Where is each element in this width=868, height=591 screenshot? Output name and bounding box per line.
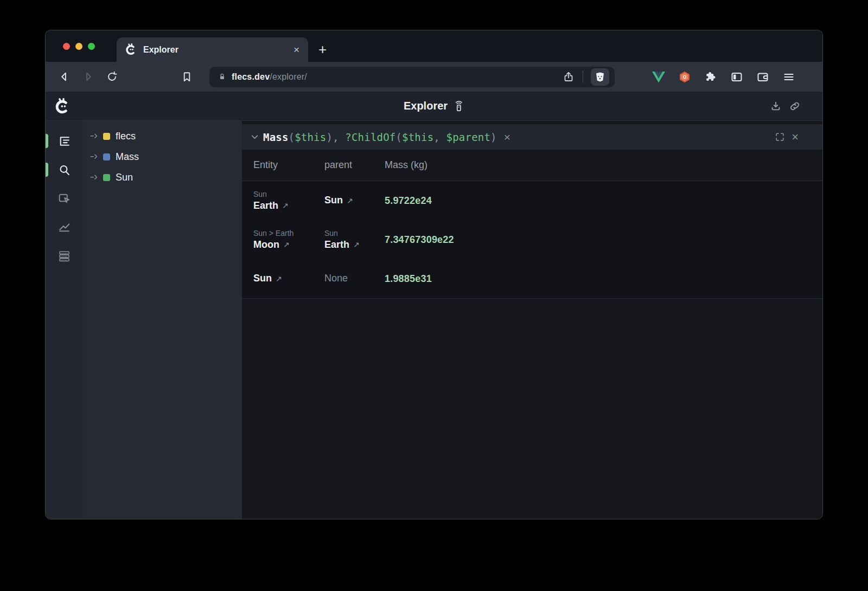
table-row[interactable]: Sun > Earth Moon↗ Sun Earth↗ 7.34767309e… <box>242 220 822 259</box>
parent-cell[interactable]: None <box>324 273 385 285</box>
tab-title: Explorer <box>143 45 293 55</box>
flecs-favicon-icon <box>125 44 137 56</box>
query-clear-icon[interactable]: × <box>504 131 510 143</box>
flecs-logo-icon[interactable] <box>55 98 71 115</box>
mass-cell: 1.9885e31 <box>385 273 822 285</box>
query-expression[interactable]: Mass($this), ?ChildOf($this, $parent) <box>263 131 497 143</box>
entity-tree-list: flecs Mass Sun <box>83 126 242 188</box>
external-link-icon[interactable]: ↗ <box>282 201 289 210</box>
entity-cell[interactable]: Sun > Earth Moon↗ <box>253 229 324 251</box>
tree-item[interactable]: flecs <box>83 126 242 146</box>
close-window-button[interactable] <box>63 43 70 50</box>
column-header-entity[interactable]: Entity <box>253 159 324 171</box>
hexagon-extension-icon[interactable] <box>678 70 691 83</box>
entity-color-square <box>103 174 110 181</box>
page-title-block: Explorer <box>404 100 464 112</box>
page-title: Explorer <box>404 100 448 112</box>
table-row[interactable]: Sun↗ None 1.9885e31 <box>242 259 822 298</box>
table-row[interactable]: Sun Earth↗ Sun↗ 5.9722e24 <box>242 181 822 220</box>
query-token: $this <box>295 131 326 143</box>
mass-cell: 5.9722e24 <box>385 195 822 207</box>
result-table-rows: Sun Earth↗ Sun↗ 5.9722e24 Sun > Earth Mo… <box>242 181 822 299</box>
content-area: flecs Mass Sun Mass($this), ?ChildOf($th… <box>46 121 822 519</box>
search-icon[interactable] <box>46 158 83 182</box>
entity-name: Sun <box>253 273 272 285</box>
address-bar[interactable]: flecs.dev/explorer/ <box>209 67 615 87</box>
tree-item-label: Sun <box>116 172 133 183</box>
query-token: , <box>333 131 345 143</box>
parent-name: Sun <box>324 195 343 207</box>
sidebar-toggle-icon[interactable] <box>730 70 743 83</box>
entity-cell[interactable]: Sun↗ <box>253 273 324 285</box>
browser-titlebar: Explorer × + <box>46 30 822 62</box>
entity-path: Sun > Earth <box>253 229 324 237</box>
statistics-icon[interactable] <box>46 215 83 239</box>
mass-value: 7.34767309e22 <box>385 234 822 246</box>
external-link-icon[interactable]: ↗ <box>276 274 282 284</box>
bookmark-icon[interactable] <box>178 68 195 86</box>
download-icon[interactable] <box>770 100 782 112</box>
entity-color-square <box>103 153 110 160</box>
query-token: ( <box>395 131 402 143</box>
parent-cell[interactable]: Sun↗ <box>324 195 385 207</box>
url-path: /explorer/ <box>270 72 307 81</box>
menu-icon[interactable] <box>782 70 795 83</box>
panel-close-icon[interactable]: × <box>792 131 799 143</box>
browser-window: Explorer × + flecs.dev/exp <box>45 30 823 519</box>
query-token: ?ChildOf <box>345 131 395 143</box>
brave-shield-icon[interactable] <box>591 68 609 86</box>
entity-cell[interactable]: Sun Earth↗ <box>253 190 324 212</box>
column-header-mass[interactable]: Mass (kg) <box>385 159 822 171</box>
query-token: $this <box>402 131 433 143</box>
query-bar: Mass($this), ?ChildOf($this, $parent) × … <box>242 124 822 150</box>
external-link-icon[interactable]: ↗ <box>347 196 353 205</box>
chevron-down-icon[interactable] <box>250 132 259 142</box>
lock-icon <box>218 72 227 81</box>
memory-icon[interactable] <box>46 244 83 268</box>
query-token: $parent <box>446 131 490 143</box>
browser-tab-explorer[interactable]: Explorer × <box>117 37 308 62</box>
query-token: ) <box>490 131 497 143</box>
extensions-puzzle-icon[interactable] <box>704 70 717 83</box>
expand-arrow-icon[interactable] <box>90 133 99 140</box>
share-icon[interactable] <box>562 70 575 83</box>
external-link-icon[interactable]: ↗ <box>283 240 290 249</box>
zoom-window-button[interactable] <box>88 43 95 50</box>
extensions-cluster <box>652 70 795 83</box>
fullscreen-icon[interactable] <box>775 132 785 142</box>
back-icon[interactable] <box>55 68 73 86</box>
query-token: , <box>433 131 446 143</box>
external-link-icon[interactable]: ↗ <box>353 240 360 249</box>
query-token: ) <box>326 131 333 143</box>
parent-cell[interactable]: Sun Earth↗ <box>324 229 385 251</box>
result-table-header: Entity parent Mass (kg) <box>242 150 822 181</box>
minimize-window-button[interactable] <box>75 43 82 50</box>
query-token: ( <box>289 131 295 143</box>
tab-close-icon[interactable]: × <box>293 44 299 55</box>
query-panel: Mass($this), ?ChildOf($this, $parent) × … <box>242 121 822 519</box>
expand-arrow-icon[interactable] <box>90 153 99 160</box>
browser-toolbar: flecs.dev/explorer/ <box>46 62 822 92</box>
remote-connection-icon[interactable] <box>453 100 464 112</box>
vue-devtools-icon[interactable] <box>652 70 665 83</box>
mass-value: 1.9885e31 <box>385 273 822 285</box>
entity-path: Sun <box>253 190 324 198</box>
reload-icon[interactable] <box>103 68 120 86</box>
entity-name: Earth <box>253 200 278 212</box>
expand-arrow-icon[interactable] <box>90 174 99 181</box>
tree-item-label: flecs <box>116 131 136 142</box>
forward-icon[interactable] <box>79 68 97 86</box>
new-tab-button[interactable]: + <box>318 42 327 56</box>
link-icon[interactable] <box>789 100 801 112</box>
query-token: Mass <box>263 131 289 143</box>
entity-name: Moon <box>253 239 279 251</box>
mass-cell: 7.34767309e22 <box>385 234 822 246</box>
parent-name: Earth <box>324 239 349 251</box>
tree-item[interactable]: Sun <box>83 167 242 188</box>
tree-view-icon[interactable] <box>46 129 83 153</box>
wallet-icon[interactable] <box>756 70 769 83</box>
address-bar-actions <box>562 68 609 86</box>
column-header-parent[interactable]: parent <box>324 159 385 171</box>
inspector-icon[interactable] <box>46 187 83 210</box>
tree-item[interactable]: Mass <box>83 146 242 167</box>
